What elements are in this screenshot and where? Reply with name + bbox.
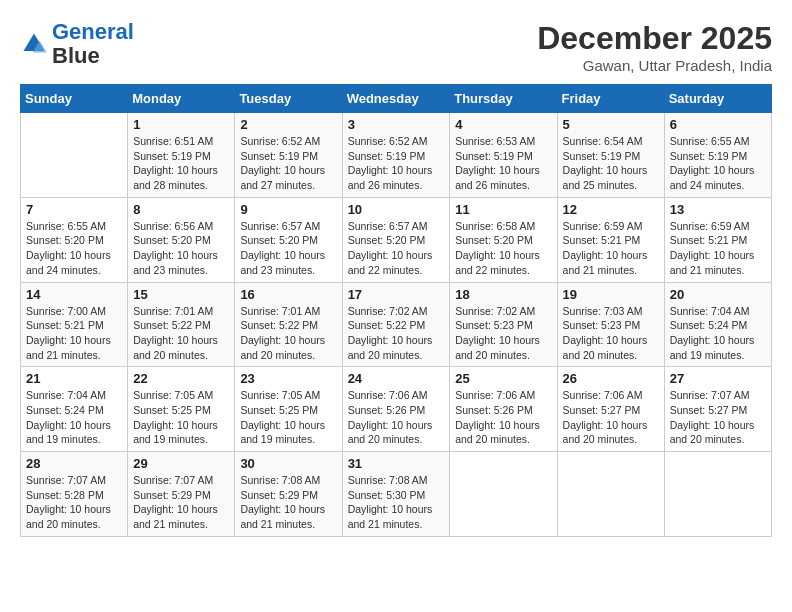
calendar-cell: 30Sunrise: 7:08 AM Sunset: 5:29 PM Dayli… — [235, 452, 342, 537]
calendar-cell: 5Sunrise: 6:54 AM Sunset: 5:19 PM Daylig… — [557, 113, 664, 198]
cell-info: Sunrise: 6:51 AM Sunset: 5:19 PM Dayligh… — [133, 134, 229, 193]
day-number: 24 — [348, 371, 445, 386]
cell-info: Sunrise: 7:07 AM Sunset: 5:28 PM Dayligh… — [26, 473, 122, 532]
day-number: 9 — [240, 202, 336, 217]
day-number: 27 — [670, 371, 766, 386]
day-number: 29 — [133, 456, 229, 471]
cell-info: Sunrise: 7:02 AM Sunset: 5:22 PM Dayligh… — [348, 304, 445, 363]
calendar-cell — [450, 452, 557, 537]
calendar-week-row: 21Sunrise: 7:04 AM Sunset: 5:24 PM Dayli… — [21, 367, 772, 452]
day-number: 10 — [348, 202, 445, 217]
day-number: 4 — [455, 117, 551, 132]
calendar-cell: 1Sunrise: 6:51 AM Sunset: 5:19 PM Daylig… — [128, 113, 235, 198]
logo-text: General Blue — [52, 20, 134, 68]
day-number: 23 — [240, 371, 336, 386]
calendar-cell: 12Sunrise: 6:59 AM Sunset: 5:21 PM Dayli… — [557, 197, 664, 282]
logo: General Blue — [20, 20, 134, 68]
day-number: 16 — [240, 287, 336, 302]
cell-info: Sunrise: 7:04 AM Sunset: 5:24 PM Dayligh… — [26, 388, 122, 447]
calendar-cell: 18Sunrise: 7:02 AM Sunset: 5:23 PM Dayli… — [450, 282, 557, 367]
cell-info: Sunrise: 7:07 AM Sunset: 5:27 PM Dayligh… — [670, 388, 766, 447]
calendar-week-row: 14Sunrise: 7:00 AM Sunset: 5:21 PM Dayli… — [21, 282, 772, 367]
calendar-cell: 3Sunrise: 6:52 AM Sunset: 5:19 PM Daylig… — [342, 113, 450, 198]
calendar-cell: 13Sunrise: 6:59 AM Sunset: 5:21 PM Dayli… — [664, 197, 771, 282]
cell-info: Sunrise: 7:04 AM Sunset: 5:24 PM Dayligh… — [670, 304, 766, 363]
day-of-week-header: Thursday — [450, 85, 557, 113]
cell-info: Sunrise: 7:01 AM Sunset: 5:22 PM Dayligh… — [133, 304, 229, 363]
cell-info: Sunrise: 6:54 AM Sunset: 5:19 PM Dayligh… — [563, 134, 659, 193]
day-of-week-header: Friday — [557, 85, 664, 113]
calendar-cell: 20Sunrise: 7:04 AM Sunset: 5:24 PM Dayli… — [664, 282, 771, 367]
day-number: 14 — [26, 287, 122, 302]
cell-info: Sunrise: 7:01 AM Sunset: 5:22 PM Dayligh… — [240, 304, 336, 363]
day-of-week-header: Saturday — [664, 85, 771, 113]
calendar-cell: 15Sunrise: 7:01 AM Sunset: 5:22 PM Dayli… — [128, 282, 235, 367]
calendar-week-row: 1Sunrise: 6:51 AM Sunset: 5:19 PM Daylig… — [21, 113, 772, 198]
calendar-cell: 31Sunrise: 7:08 AM Sunset: 5:30 PM Dayli… — [342, 452, 450, 537]
month-title: December 2025 — [537, 20, 772, 57]
calendar-cell: 10Sunrise: 6:57 AM Sunset: 5:20 PM Dayli… — [342, 197, 450, 282]
day-number: 7 — [26, 202, 122, 217]
calendar-cell: 23Sunrise: 7:05 AM Sunset: 5:25 PM Dayli… — [235, 367, 342, 452]
calendar-cell: 2Sunrise: 6:52 AM Sunset: 5:19 PM Daylig… — [235, 113, 342, 198]
location: Gawan, Uttar Pradesh, India — [537, 57, 772, 74]
calendar-cell: 25Sunrise: 7:06 AM Sunset: 5:26 PM Dayli… — [450, 367, 557, 452]
day-of-week-header: Monday — [128, 85, 235, 113]
day-number: 30 — [240, 456, 336, 471]
calendar-cell: 16Sunrise: 7:01 AM Sunset: 5:22 PM Dayli… — [235, 282, 342, 367]
cell-info: Sunrise: 6:55 AM Sunset: 5:19 PM Dayligh… — [670, 134, 766, 193]
cell-info: Sunrise: 6:55 AM Sunset: 5:20 PM Dayligh… — [26, 219, 122, 278]
day-number: 18 — [455, 287, 551, 302]
day-number: 21 — [26, 371, 122, 386]
day-number: 6 — [670, 117, 766, 132]
cell-info: Sunrise: 7:00 AM Sunset: 5:21 PM Dayligh… — [26, 304, 122, 363]
day-of-week-header: Sunday — [21, 85, 128, 113]
cell-info: Sunrise: 6:56 AM Sunset: 5:20 PM Dayligh… — [133, 219, 229, 278]
day-number: 19 — [563, 287, 659, 302]
day-number: 22 — [133, 371, 229, 386]
day-number: 12 — [563, 202, 659, 217]
day-number: 20 — [670, 287, 766, 302]
cell-info: Sunrise: 6:57 AM Sunset: 5:20 PM Dayligh… — [240, 219, 336, 278]
day-number: 28 — [26, 456, 122, 471]
calendar-cell: 22Sunrise: 7:05 AM Sunset: 5:25 PM Dayli… — [128, 367, 235, 452]
calendar-cell: 8Sunrise: 6:56 AM Sunset: 5:20 PM Daylig… — [128, 197, 235, 282]
calendar-cell: 29Sunrise: 7:07 AM Sunset: 5:29 PM Dayli… — [128, 452, 235, 537]
cell-info: Sunrise: 6:52 AM Sunset: 5:19 PM Dayligh… — [348, 134, 445, 193]
calendar-cell: 28Sunrise: 7:07 AM Sunset: 5:28 PM Dayli… — [21, 452, 128, 537]
calendar-cell: 4Sunrise: 6:53 AM Sunset: 5:19 PM Daylig… — [450, 113, 557, 198]
calendar-cell: 24Sunrise: 7:06 AM Sunset: 5:26 PM Dayli… — [342, 367, 450, 452]
cell-info: Sunrise: 6:52 AM Sunset: 5:19 PM Dayligh… — [240, 134, 336, 193]
calendar-cell: 17Sunrise: 7:02 AM Sunset: 5:22 PM Dayli… — [342, 282, 450, 367]
cell-info: Sunrise: 6:57 AM Sunset: 5:20 PM Dayligh… — [348, 219, 445, 278]
cell-info: Sunrise: 7:06 AM Sunset: 5:26 PM Dayligh… — [455, 388, 551, 447]
logo-line2: Blue — [52, 43, 100, 68]
day-number: 26 — [563, 371, 659, 386]
calendar-cell — [557, 452, 664, 537]
calendar-cell: 7Sunrise: 6:55 AM Sunset: 5:20 PM Daylig… — [21, 197, 128, 282]
cell-info: Sunrise: 7:02 AM Sunset: 5:23 PM Dayligh… — [455, 304, 551, 363]
cell-info: Sunrise: 7:08 AM Sunset: 5:30 PM Dayligh… — [348, 473, 445, 532]
day-number: 1 — [133, 117, 229, 132]
day-number: 17 — [348, 287, 445, 302]
cell-info: Sunrise: 7:07 AM Sunset: 5:29 PM Dayligh… — [133, 473, 229, 532]
cell-info: Sunrise: 6:53 AM Sunset: 5:19 PM Dayligh… — [455, 134, 551, 193]
title-block: December 2025 Gawan, Uttar Pradesh, Indi… — [537, 20, 772, 74]
calendar-body: 1Sunrise: 6:51 AM Sunset: 5:19 PM Daylig… — [21, 113, 772, 537]
cell-info: Sunrise: 7:03 AM Sunset: 5:23 PM Dayligh… — [563, 304, 659, 363]
day-number: 13 — [670, 202, 766, 217]
day-number: 11 — [455, 202, 551, 217]
calendar-cell: 26Sunrise: 7:06 AM Sunset: 5:27 PM Dayli… — [557, 367, 664, 452]
calendar-cell: 6Sunrise: 6:55 AM Sunset: 5:19 PM Daylig… — [664, 113, 771, 198]
day-number: 25 — [455, 371, 551, 386]
day-of-week-header: Tuesday — [235, 85, 342, 113]
calendar-week-row: 28Sunrise: 7:07 AM Sunset: 5:28 PM Dayli… — [21, 452, 772, 537]
calendar-header: SundayMondayTuesdayWednesdayThursdayFrid… — [21, 85, 772, 113]
day-number: 8 — [133, 202, 229, 217]
calendar-week-row: 7Sunrise: 6:55 AM Sunset: 5:20 PM Daylig… — [21, 197, 772, 282]
day-number: 5 — [563, 117, 659, 132]
cell-info: Sunrise: 7:06 AM Sunset: 5:26 PM Dayligh… — [348, 388, 445, 447]
day-number: 31 — [348, 456, 445, 471]
cell-info: Sunrise: 7:05 AM Sunset: 5:25 PM Dayligh… — [133, 388, 229, 447]
cell-info: Sunrise: 6:59 AM Sunset: 5:21 PM Dayligh… — [563, 219, 659, 278]
